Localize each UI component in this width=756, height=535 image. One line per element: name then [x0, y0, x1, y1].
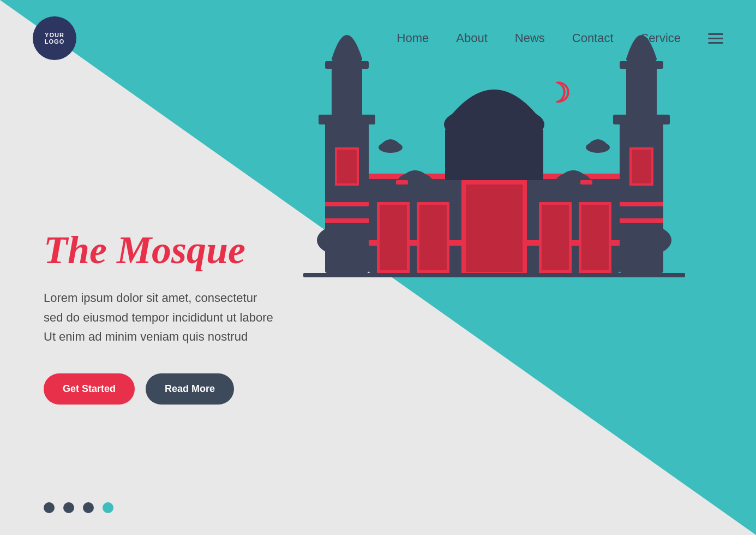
logo-text-top: YOUR	[45, 32, 64, 38]
hero-description: Lorem ipsum dolor sit amet, consectetur …	[44, 288, 316, 346]
read-more-button[interactable]: Read More	[146, 373, 234, 405]
svg-rect-25	[380, 205, 407, 270]
left-panel: The Mosque Lorem ipsum dolor sit amet, c…	[44, 207, 316, 405]
logo-text-bottom: LOGO	[45, 38, 64, 45]
svg-rect-31	[542, 205, 569, 270]
svg-rect-5	[337, 150, 357, 183]
main-content: The Mosque Lorem ipsum dolor sit amet, c…	[0, 76, 756, 535]
svg-rect-27	[419, 205, 447, 270]
pagination-dots	[44, 502, 113, 513]
svg-rect-33	[581, 205, 609, 270]
dot-1[interactable]	[44, 502, 55, 513]
svg-rect-13	[620, 218, 663, 223]
svg-rect-29	[466, 185, 523, 272]
dot-4-active[interactable]	[103, 502, 113, 513]
svg-rect-43	[580, 180, 592, 185]
svg-rect-7	[332, 66, 362, 117]
dot-3[interactable]	[83, 502, 94, 513]
get-started-button[interactable]: Get Started	[44, 373, 135, 405]
svg-rect-12	[620, 202, 663, 206]
svg-rect-15	[632, 150, 651, 183]
logo[interactable]: YOUR LOGO	[33, 16, 76, 60]
button-group: Get Started Read More	[44, 373, 316, 405]
dot-2[interactable]	[63, 502, 74, 513]
mosque-illustration: ☽	[276, 0, 712, 306]
svg-rect-2	[325, 202, 369, 206]
svg-rect-17	[626, 66, 657, 117]
svg-rect-3	[325, 218, 369, 223]
svg-text:☽: ☽	[546, 78, 571, 109]
svg-rect-42	[396, 180, 408, 185]
hero-title: The Mosque	[44, 229, 316, 272]
svg-rect-0	[303, 273, 685, 277]
